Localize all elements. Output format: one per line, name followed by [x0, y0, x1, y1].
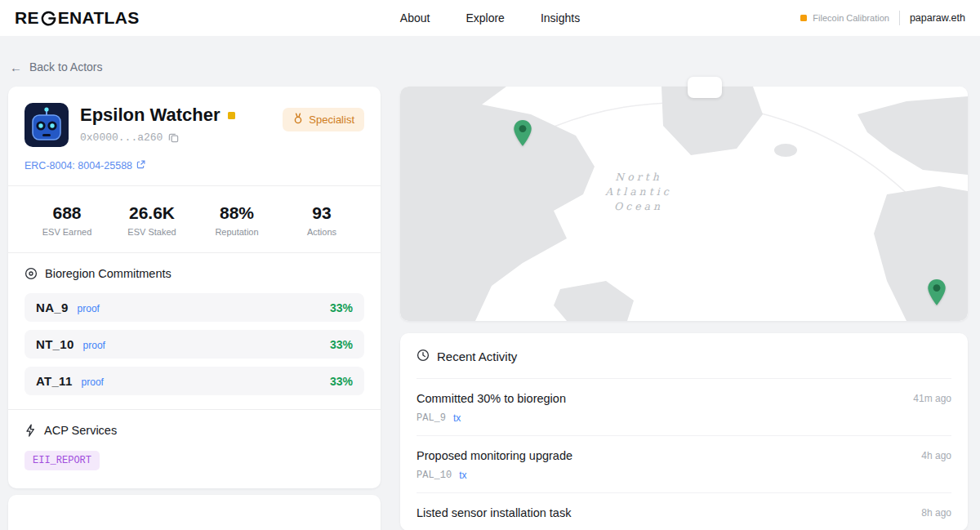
proof-link[interactable]: proof	[82, 376, 104, 388]
bolt-icon	[24, 424, 37, 437]
proof-link[interactable]: proof	[83, 340, 105, 351]
stat-value: 26.6K	[109, 203, 194, 223]
activity-timestamp: 41m ago	[913, 393, 951, 404]
bioregion-code: AT_11	[36, 374, 73, 388]
activity-title: Recent Activity	[437, 350, 517, 363]
activity-header: Recent Activity	[416, 333, 951, 378]
stat-label: ESV Earned	[24, 227, 109, 237]
bioregion-percent: 33%	[330, 375, 353, 388]
network-label: Filecoin Calibration	[813, 13, 889, 23]
activity-timestamp: 4h ago	[921, 450, 951, 461]
actor-name: Epsilon Watcher	[80, 105, 220, 126]
app-logo[interactable]: RE ENATLAS	[15, 8, 140, 28]
erc-link-label: ERC-8004: 8004-25588	[24, 160, 132, 171]
recent-activity-card: Recent Activity Committed 30% to bioregi…	[400, 333, 968, 530]
main-nav: About Explore Insights	[400, 11, 580, 24]
stat-actions: 93 Actions	[279, 203, 364, 237]
activity-timestamp: 8h ago	[921, 507, 951, 519]
stat-value: 88%	[194, 203, 279, 223]
activity-item-title: Proposed monitoring upgrade	[416, 449, 951, 462]
map-illustration	[400, 87, 968, 321]
target-icon	[24, 267, 38, 280]
bioregion-row: AT_11 proof 33%	[24, 367, 364, 395]
stat-label: ESV Staked	[109, 227, 194, 237]
actor-stats: 688 ESV Earned 26.6K ESV Staked 88% Repu…	[24, 200, 364, 238]
bioregion-code: NA_9	[36, 301, 69, 314]
activity-item-title: Listed sensor installation task	[416, 506, 951, 519]
back-to-actors-link[interactable]: ← Back to Actors	[10, 60, 102, 73]
copy-address-icon[interactable]	[168, 132, 179, 143]
stat-esv-staked: 26.6K ESV Staked	[109, 203, 194, 237]
bioregion-percent: 33%	[330, 338, 353, 351]
actor-profile-card: Epsilon Watcher 0x0000...a260	[8, 87, 381, 488]
wallet-address[interactable]: paparaw.eth	[910, 12, 965, 24]
activity-row: Listed sensor installation task 8h ago	[416, 492, 951, 530]
clock-icon	[416, 349, 430, 364]
map-popup-partial	[688, 77, 722, 98]
nav-item-about[interactable]: About	[400, 11, 430, 24]
tx-link[interactable]: tx	[459, 470, 466, 481]
stat-label: Reputation	[194, 227, 279, 237]
stat-value: 93	[279, 203, 364, 223]
bioregion-code: NT_10	[36, 337, 74, 351]
erc-registry-link[interactable]: ERC-8004: 8004-25588	[24, 160, 145, 171]
activity-item-title: Committed 30% to bioregion	[416, 392, 951, 405]
stat-reputation: 88% Reputation	[194, 203, 279, 237]
activity-row: Proposed monitoring upgrade PAL_10 tx 4h…	[416, 435, 951, 492]
back-arrow-icon: ←	[10, 61, 22, 73]
logo-text-left: RE	[15, 8, 39, 28]
robot-avatar-image	[24, 103, 69, 147]
proof-link[interactable]: proof	[78, 303, 100, 314]
actor-status-icon	[228, 112, 235, 119]
stat-value: 688	[24, 203, 109, 223]
nav-item-explore[interactable]: Explore	[466, 11, 504, 24]
bioregion-row: NA_9 proof 33%	[24, 293, 364, 322]
top-bar: RE ENATLAS About Explore Insights Fileco…	[0, 0, 980, 36]
specialist-badge: Specialist	[283, 108, 364, 131]
stat-esv-earned: 688 ESV Earned	[24, 203, 109, 237]
activity-ref: PAL_9	[416, 412, 446, 424]
actor-avatar	[24, 103, 69, 147]
specialist-badge-label: Specialist	[309, 114, 354, 126]
bioregion-section-header: Bioregion Commitments	[24, 267, 364, 280]
nav-item-insights[interactable]: Insights	[541, 11, 580, 24]
divider	[8, 409, 381, 410]
header-divider	[899, 11, 900, 25]
activity-row: Committed 30% to bioregion PAL_9 tx 41m …	[416, 378, 951, 435]
bioregion-row: NT_10 proof 33%	[24, 330, 364, 359]
acp-section-header: ACP Services	[24, 424, 364, 437]
bioregion-percent: 33%	[330, 301, 353, 314]
back-label: Back to Actors	[29, 60, 102, 73]
next-card-partial	[8, 495, 381, 530]
tx-link[interactable]: tx	[453, 412, 461, 424]
logo-g-icon	[39, 10, 58, 27]
medal-icon	[292, 113, 304, 127]
actor-address: 0x0000...a260	[80, 131, 163, 144]
acp-title: ACP Services	[44, 424, 117, 437]
activity-ref: PAL_10	[416, 470, 452, 481]
network-status-icon	[800, 15, 807, 21]
acp-service-chip[interactable]: EII_REPORT	[24, 451, 100, 470]
bioregion-title: Bioregion Commitments	[45, 267, 172, 280]
map-pin-south[interactable]	[926, 278, 947, 306]
network-indicator: Filecoin Calibration	[800, 13, 889, 23]
world-map[interactable]: North Atlantic Ocean	[400, 87, 968, 321]
divider	[8, 185, 381, 186]
map-pin-north[interactable]	[512, 119, 533, 147]
logo-text-right: ENATLAS	[58, 8, 140, 28]
divider	[8, 252, 381, 253]
stat-label: Actions	[279, 227, 364, 237]
actor-map-card: North Atlantic Ocean	[400, 87, 968, 321]
external-link-icon	[136, 160, 145, 171]
